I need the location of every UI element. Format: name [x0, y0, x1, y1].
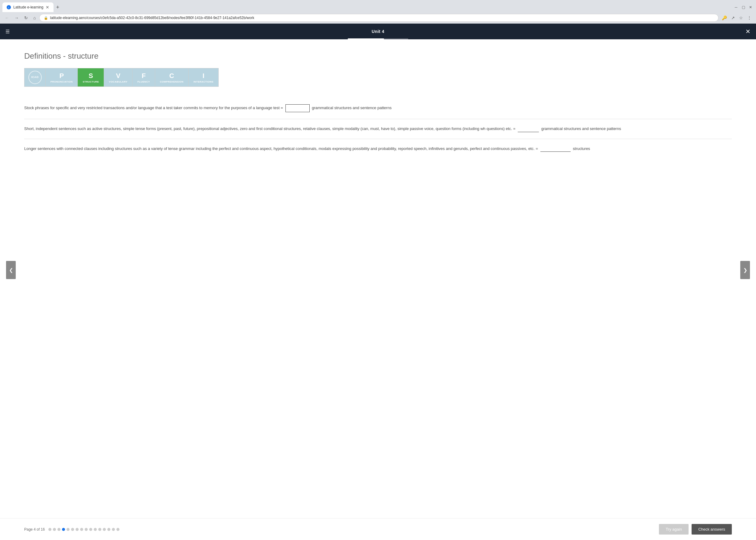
page-dot-10[interactable] [89, 528, 92, 531]
nav-tabs: ICAO P PRONUNCIATION S STRUCTURE V VOCAB… [24, 68, 219, 87]
definition-3-text-after: structures [573, 146, 590, 151]
url-text: latitude-elearning.aero/courses/c0efc5da… [50, 16, 254, 20]
tab-structure[interactable]: S STRUCTURE [78, 68, 104, 86]
definition-3-input[interactable] [540, 146, 571, 152]
close-tab-button[interactable]: ✕ [46, 5, 49, 10]
logo-text: ICAO [31, 76, 39, 79]
page-dot-4[interactable] [62, 528, 65, 531]
page-dot-12[interactable] [98, 528, 101, 531]
tab-bar: L Latitude e-learning ✕ + ─ ▢ ✕ [0, 0, 756, 12]
tab-i-sub: INTERACTIONS [194, 80, 214, 83]
tab-v-sub: VOCABULARY [109, 80, 127, 83]
definition-3-text-before: Longer sentences with connected clauses … [24, 146, 538, 151]
home-button[interactable]: ⌂ [32, 14, 38, 22]
tab-interactions[interactable]: I INTERACTIONS [189, 68, 218, 86]
definitions-section: Stock phrases for specific and very rest… [24, 98, 732, 159]
page-dot-9[interactable] [85, 528, 88, 531]
new-tab-button[interactable]: + [54, 3, 62, 12]
page-dot-15[interactable] [112, 528, 115, 531]
definition-2-text-after: grammatical structures and sentence patt… [541, 126, 621, 131]
hamburger-menu[interactable]: ☰ [5, 29, 10, 35]
page-heading: Definitions - structure [24, 52, 732, 61]
page-dot-3[interactable] [58, 528, 61, 531]
browser-chrome: L Latitude e-learning ✕ + ─ ▢ ✕ ← → ↻ ⌂ … [0, 0, 756, 24]
definition-item-2: Short, independent sentences such as act… [24, 119, 732, 139]
minimize-button[interactable]: ─ [733, 4, 739, 10]
page-footer: Page 4 of 16 Try again Check answers [0, 518, 756, 540]
page-dot-14[interactable] [107, 528, 110, 531]
tab-vocabulary[interactable]: V VOCABULARY [104, 68, 132, 86]
share-icon[interactable]: ↗ [730, 14, 736, 22]
more-options-button[interactable]: ⋮ [746, 14, 753, 22]
definition-1-text-after: grammatical structures and sentence patt… [312, 105, 391, 110]
check-answers-button[interactable]: Check answers [691, 524, 732, 535]
page-dot-6[interactable] [71, 528, 74, 531]
address-bar[interactable]: 🔒 latitude-elearning.aero/courses/c0efc5… [39, 14, 718, 22]
main-content: Definitions - structure ICAO P PRONUNCIA… [0, 39, 756, 540]
tab-c-letter: C [169, 72, 174, 80]
back-button[interactable]: ← [3, 14, 11, 22]
page-dot-11[interactable] [94, 528, 97, 531]
definition-2-input[interactable] [518, 126, 539, 132]
logo-tab[interactable]: ICAO [25, 68, 46, 86]
tab-pronunciation[interactable]: P PRONUNCIATION [46, 68, 78, 86]
toolbar-icons: 🔑 ↗ ☆ ⋮ [720, 14, 753, 22]
app-header: ☰ Unit 4 ✕ [0, 24, 756, 39]
favicon: L [7, 5, 11, 9]
reload-button[interactable]: ↻ [22, 14, 30, 22]
header-title: Unit 4 [372, 29, 384, 34]
next-page-button[interactable]: ❯ [740, 261, 750, 279]
page-dots [48, 528, 119, 531]
key-icon[interactable]: 🔑 [720, 14, 728, 22]
definition-1-text-before: Stock phrases for specific and very rest… [24, 105, 283, 110]
tab-s-letter: S [88, 72, 93, 80]
prev-page-button[interactable]: ❮ [6, 261, 16, 279]
page-dot-1[interactable] [48, 528, 52, 531]
page-dot-5[interactable] [67, 528, 70, 531]
header-close-button[interactable]: ✕ [745, 28, 751, 35]
footer-buttons: Try again Check answers [659, 524, 732, 535]
definition-item-1: Stock phrases for specific and very rest… [24, 98, 732, 119]
tab-comprehension[interactable]: C COMPREHENSION [155, 68, 189, 86]
lock-icon: 🔒 [44, 16, 48, 20]
tab-fluency[interactable]: F FLUENCY [132, 68, 155, 86]
page-dot-13[interactable] [103, 528, 106, 531]
page-indicator: Page 4 of 16 [24, 527, 119, 532]
tab-title: Latitude e-learning [13, 5, 43, 9]
tab-v-letter: V [116, 72, 121, 80]
definition-item-3: Longer sentences with connected clauses … [24, 139, 732, 159]
page-label: Page 4 of 16 [24, 527, 45, 532]
browser-toolbar: ← → ↻ ⌂ 🔒 latitude-elearning.aero/course… [0, 12, 756, 24]
tab-p-sub: PRONUNCIATION [51, 80, 73, 83]
tab-i-letter: I [203, 72, 205, 80]
page-dot-2[interactable] [53, 528, 56, 531]
definition-1-input[interactable] [285, 104, 310, 112]
window-controls: ─ ▢ ✕ [733, 4, 754, 10]
tab-f-sub: FLUENCY [137, 80, 150, 83]
tab-f-letter: F [142, 72, 145, 80]
page-dot-8[interactable] [80, 528, 83, 531]
definition-2-text-before: Short, independent sentences such as act… [24, 126, 516, 131]
page-dot-7[interactable] [76, 528, 78, 531]
tab-c-sub: COMPREHENSION [160, 80, 184, 83]
browser-tab[interactable]: L Latitude e-learning ✕ [2, 2, 54, 12]
forward-button[interactable]: → [13, 14, 21, 22]
tab-p-letter: P [59, 72, 64, 80]
page-dot-16[interactable] [116, 528, 119, 531]
close-window-button[interactable]: ✕ [748, 4, 754, 10]
star-icon[interactable]: ☆ [738, 14, 744, 22]
tab-s-sub: STRUCTURE [82, 80, 99, 83]
try-again-button[interactable]: Try again [659, 524, 688, 535]
restore-button[interactable]: ▢ [740, 4, 746, 10]
logo-circle: ICAO [28, 71, 42, 84]
